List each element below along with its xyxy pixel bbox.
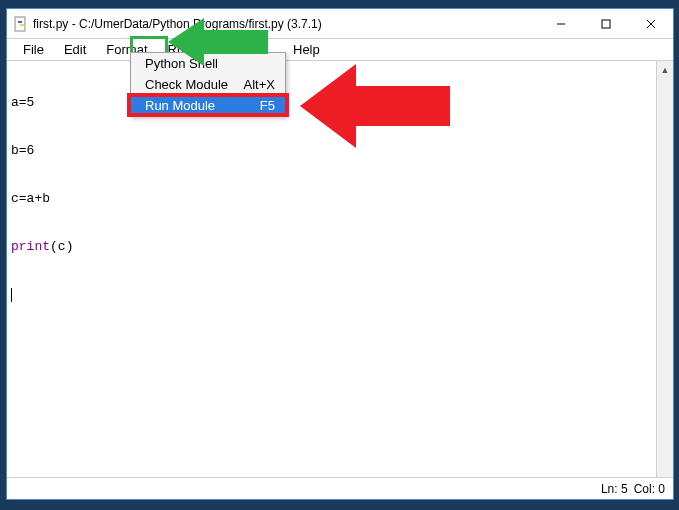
menu-run-module[interactable]: Run Module F5	[131, 95, 285, 116]
text-cursor	[11, 288, 12, 302]
menu-help[interactable]: Help	[283, 40, 330, 59]
status-col: Col: 0	[634, 482, 665, 496]
vertical-scrollbar[interactable]: ▲	[656, 61, 673, 477]
status-line: Ln: 5	[601, 482, 628, 496]
maximize-button[interactable]	[583, 9, 628, 39]
statusbar: Ln: 5 Col: 0	[7, 477, 673, 499]
python-file-icon	[13, 16, 29, 32]
code-line: c=a+b	[11, 191, 652, 207]
titlebar: first.py - C:/UmerData/Python Programs/f…	[7, 9, 673, 39]
svg-rect-2	[602, 20, 610, 28]
svg-marker-6	[300, 64, 450, 148]
svg-marker-5	[168, 18, 268, 66]
menu-file[interactable]: File	[13, 40, 54, 59]
close-button[interactable]	[628, 9, 673, 39]
menu-edit[interactable]: Edit	[54, 40, 96, 59]
minimize-button[interactable]	[538, 9, 583, 39]
scroll-up-icon[interactable]: ▲	[657, 61, 673, 78]
code-line: print(c)	[11, 239, 652, 255]
menu-check-module[interactable]: Check Module Alt+X	[131, 74, 285, 95]
code-line	[11, 287, 652, 303]
annotation-red-arrow-icon	[300, 58, 450, 158]
annotation-green-arrow-icon	[168, 12, 268, 76]
